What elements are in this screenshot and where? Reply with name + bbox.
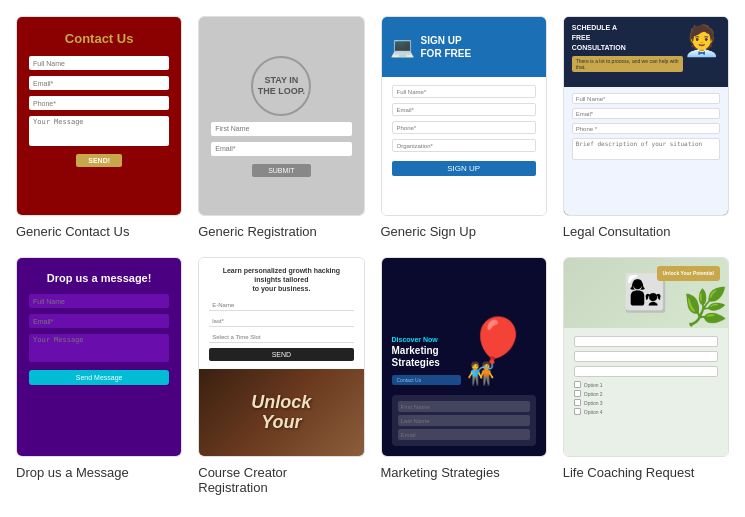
- preview-title: Contact Us: [65, 31, 134, 46]
- card-label-drop-message: Drop us a Message: [16, 463, 182, 482]
- card-marketing-strategies[interactable]: Discover Now MarketingStrategies Contact…: [381, 257, 547, 497]
- preview-field-fullname: [392, 85, 536, 98]
- template-grid: Contact Us SEND! Generic Contact Us STAY…: [16, 16, 729, 241]
- preview-field-email: [29, 76, 169, 90]
- preview-field-name: [209, 300, 353, 311]
- preview-field-2: [574, 351, 718, 362]
- preview-field-phone: [392, 121, 536, 134]
- preview-field-email: [572, 108, 720, 119]
- preview-marketing-strategies[interactable]: Discover Now MarketingStrategies Contact…: [381, 257, 547, 457]
- template-grid-row2: Drop us a message! Send Message Drop us …: [16, 257, 729, 497]
- card-legal-consultation[interactable]: SCHEDULE AFREECONSULTATION There is a lo…: [563, 16, 729, 241]
- card-drop-message[interactable]: Drop us a message! Send Message Drop us …: [16, 257, 182, 497]
- preview-course-creator[interactable]: Learn personalized growth hacking insigh…: [198, 257, 364, 457]
- card-course-creator[interactable]: Learn personalized growth hacking insigh…: [198, 257, 364, 497]
- unlock-text: UnlockYour: [251, 393, 311, 433]
- preview-field-fullname: [572, 93, 720, 104]
- card-life-coaching[interactable]: 👩‍👧 Unlock Your Potential 🌿 Option 1 Opt…: [563, 257, 729, 497]
- preview-field-email: [211, 142, 351, 156]
- preview-field-phone: [29, 96, 169, 110]
- card-label-generic-registration: Generic Registration: [198, 222, 364, 241]
- preview-field-name: [29, 56, 169, 70]
- card-generic-contact-us[interactable]: Contact Us SEND! Generic Contact Us: [16, 16, 182, 241]
- preview-field-message: [29, 116, 169, 146]
- preview-field-org: [392, 139, 536, 152]
- preview-circle-text: STAY INTHE LOOP.: [251, 56, 311, 116]
- plant-icon: 🌿: [683, 286, 728, 328]
- preview-field-email: [398, 429, 530, 440]
- preview-field-timeslot: [209, 332, 353, 343]
- overlay-text: Unlock Your Potential: [663, 270, 715, 277]
- preview-field-firstname: [211, 122, 351, 136]
- preview-drop-message[interactable]: Drop us a message! Send Message: [16, 257, 182, 457]
- preview-generic-registration[interactable]: STAY INTHE LOOP. SUBMIT: [198, 16, 364, 216]
- preview-title: Drop us a message!: [29, 272, 169, 284]
- preview-headline: Learn personalized growth hacking insigh…: [209, 266, 353, 293]
- card-generic-registration[interactable]: STAY INTHE LOOP. SUBMIT Generic Registra…: [198, 16, 364, 241]
- card-label-generic-signup: Generic Sign Up: [381, 222, 547, 241]
- preview-marketing-title: MarketingStrategies: [392, 345, 461, 369]
- card-label-course-creator: Course Creator Registration: [198, 463, 364, 497]
- card-label-legal-consultation: Legal Consultation: [563, 222, 729, 241]
- preview-field-1: [574, 336, 718, 347]
- preview-field-email: [29, 314, 169, 328]
- preview-field-brief: [572, 138, 720, 160]
- overlay-box: Unlock Your Potential: [657, 266, 721, 281]
- preview-field-last: [209, 316, 353, 327]
- checkbox-group: Option 1 Option 2 Option 3 Option 4: [574, 381, 718, 415]
- preview-contact-tag: Contact Us: [392, 375, 461, 385]
- preview-button: SEND!: [76, 154, 122, 167]
- preview-field-3: [574, 366, 718, 377]
- card-label-marketing-strategies: Marketing Strategies: [381, 463, 547, 482]
- preview-legal-consultation[interactable]: SCHEDULE AFREECONSULTATION There is a lo…: [563, 16, 729, 216]
- person-icon: 🧑‍💼: [683, 23, 720, 58]
- preview-button: SUBMIT: [252, 164, 310, 177]
- laptop-icon: 💻: [390, 35, 415, 59]
- preview-button: SEND: [209, 348, 353, 361]
- card-label-life-coaching: Life Coaching Request: [563, 463, 729, 482]
- preview-life-coaching[interactable]: 👩‍👧 Unlock Your Potential 🌿 Option 1 Opt…: [563, 257, 729, 457]
- preview-generic-contact-us[interactable]: Contact Us SEND!: [16, 16, 182, 216]
- preview-discover-text: Discover Now: [392, 336, 461, 343]
- preview-field-message: [29, 334, 169, 362]
- preview-banner-text: SIGN UPFOR FREE: [421, 34, 472, 60]
- balloons-icon: 🎈: [467, 319, 529, 369]
- preview-field-phone: [572, 123, 720, 134]
- preview-button: Send Message: [29, 370, 169, 385]
- card-label-generic-contact-us: Generic Contact Us: [16, 222, 182, 241]
- preview-field-lastname: [398, 415, 530, 426]
- preview-button: SIGN UP: [392, 161, 536, 176]
- preview-field-firstname: [398, 401, 530, 412]
- preview-top-text: SCHEDULE AFREECONSULTATION: [572, 23, 683, 52]
- preview-field-email: [392, 103, 536, 116]
- preview-field-fullname: [29, 294, 169, 308]
- preview-bottom-image: UnlockYour: [199, 369, 363, 456]
- card-generic-signup[interactable]: 💻 SIGN UPFOR FREE SIGN UP Generic Sign U…: [381, 16, 547, 241]
- preview-generic-signup[interactable]: 💻 SIGN UPFOR FREE SIGN UP: [381, 16, 547, 216]
- preview-gold-bar: There is a lot to process, and we can he…: [572, 56, 683, 72]
